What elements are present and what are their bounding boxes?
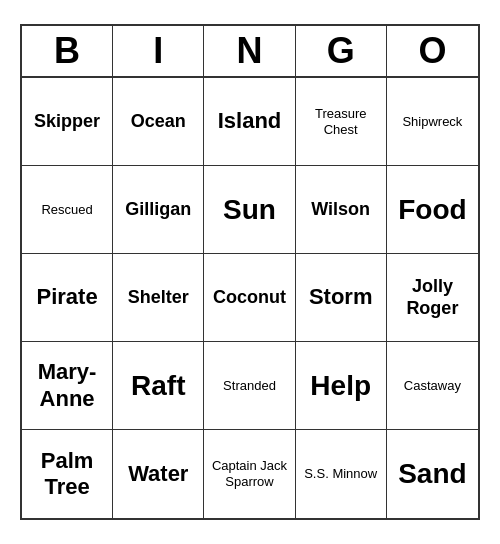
bingo-cell[interactable]: Captain Jack Sparrow (204, 430, 295, 518)
bingo-cell[interactable]: Island (204, 78, 295, 166)
bingo-cell[interactable]: Rescued (22, 166, 113, 254)
bingo-cell[interactable]: Treasure Chest (296, 78, 387, 166)
bingo-cell[interactable]: Mary-Anne (22, 342, 113, 430)
bingo-cell[interactable]: Jolly Roger (387, 254, 478, 342)
bingo-card: BINGO SkipperOceanIslandTreasure ChestSh… (20, 24, 480, 520)
bingo-cell[interactable]: Sun (204, 166, 295, 254)
bingo-cell[interactable]: S.S. Minnow (296, 430, 387, 518)
bingo-cell[interactable]: Ocean (113, 78, 204, 166)
header-letter: I (113, 26, 204, 76)
bingo-cell[interactable]: Pirate (22, 254, 113, 342)
bingo-cell[interactable]: Shipwreck (387, 78, 478, 166)
header-letter: G (296, 26, 387, 76)
bingo-cell[interactable]: Raft (113, 342, 204, 430)
bingo-cell[interactable]: Help (296, 342, 387, 430)
bingo-cell[interactable]: Storm (296, 254, 387, 342)
bingo-cell[interactable]: Castaway (387, 342, 478, 430)
bingo-cell[interactable]: Food (387, 166, 478, 254)
bingo-cell[interactable]: Sand (387, 430, 478, 518)
header-letter: B (22, 26, 113, 76)
bingo-cell[interactable]: Skipper (22, 78, 113, 166)
bingo-cell[interactable]: Coconut (204, 254, 295, 342)
bingo-cell[interactable]: Stranded (204, 342, 295, 430)
header-letter: N (204, 26, 295, 76)
header-letter: O (387, 26, 478, 76)
bingo-cell[interactable]: Water (113, 430, 204, 518)
bingo-header: BINGO (22, 26, 478, 78)
bingo-cell[interactable]: Shelter (113, 254, 204, 342)
bingo-cell[interactable]: Palm Tree (22, 430, 113, 518)
bingo-cell[interactable]: Wilson (296, 166, 387, 254)
bingo-grid: SkipperOceanIslandTreasure ChestShipwrec… (22, 78, 478, 518)
bingo-cell[interactable]: Gilligan (113, 166, 204, 254)
